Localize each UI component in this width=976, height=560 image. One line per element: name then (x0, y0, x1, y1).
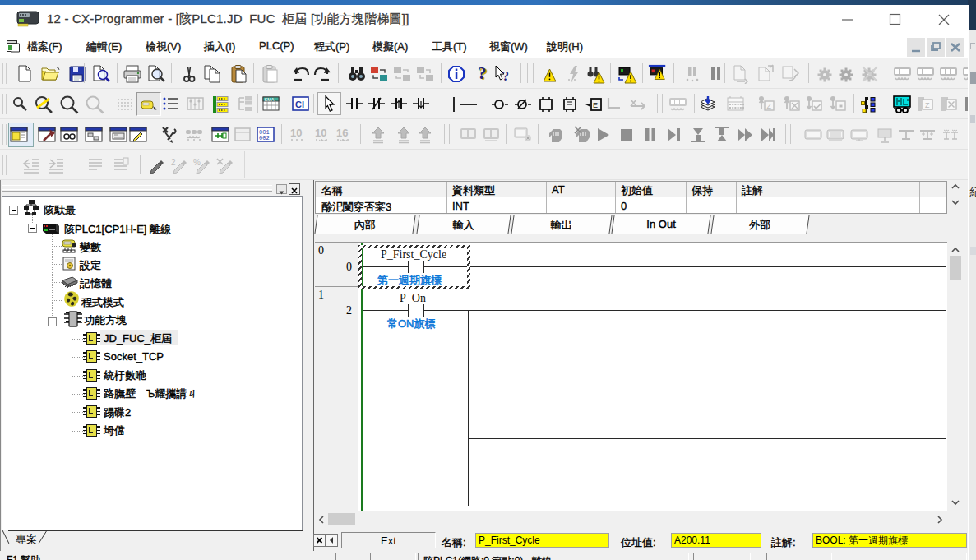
svg-text:%: % (193, 158, 201, 167)
svg-text:?: ? (502, 69, 509, 83)
svg-text:?: ? (478, 64, 487, 83)
svg-text:16: 16 (336, 127, 348, 139)
svg-text:Z: Z (767, 102, 772, 110)
svg-text:SMA: SMA (265, 97, 275, 102)
svg-text:Z: Z (925, 101, 930, 109)
svg-text:E: E (593, 101, 598, 109)
svg-text:002: 002 (259, 135, 270, 141)
svg-text:CI: CI (295, 100, 304, 109)
svg-text:2: 2 (171, 158, 176, 167)
svg-text:10: 10 (315, 127, 326, 139)
svg-text:10: 10 (290, 127, 302, 139)
